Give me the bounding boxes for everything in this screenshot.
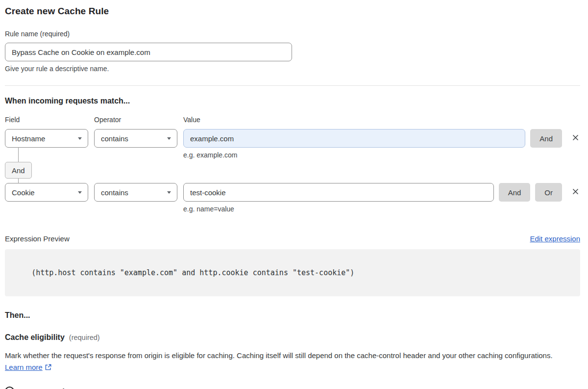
chevron-down-icon — [78, 191, 82, 194]
rule-name-input[interactable] — [5, 43, 292, 61]
value-hint-row-1: e.g. example.com — [183, 151, 580, 159]
remove-condition-button-row-2[interactable] — [571, 187, 580, 198]
rule-name-helper: Give your rule a descriptive name. — [5, 65, 580, 73]
and-connector-button[interactable]: And — [5, 162, 32, 179]
expression-code: (http.host contains "example.com" and ht… — [31, 268, 354, 277]
expression-preview-label: Expression Preview — [5, 234, 70, 243]
rule-name-group: Rule name (required) Give your rule a de… — [5, 30, 580, 73]
create-cache-rule-page: Create new Cache Rule Rule name (require… — [0, 0, 588, 389]
value-column-label: Value — [183, 116, 580, 124]
operator-select-row-1[interactable]: contains — [94, 129, 177, 148]
chevron-down-icon — [167, 191, 171, 194]
field-select-cookie[interactable]: Cookie — [5, 183, 88, 202]
operator-select-value: contains — [101, 134, 128, 143]
value-input-row-1[interactable] — [183, 129, 525, 148]
or-button-row-2[interactable]: Or — [535, 183, 562, 202]
rule-name-label: Rule name (required) — [5, 30, 580, 38]
section-divider — [5, 85, 580, 86]
learn-more-link[interactable]: Learn more — [5, 363, 43, 371]
value-cell-row-2: And Or e.g. name=value — [183, 183, 580, 213]
and-button-row-2[interactable]: And — [499, 183, 531, 202]
expression-preview-header: Expression Preview Edit expression — [5, 234, 580, 243]
cache-eligibility-title: Cache eligibility — [5, 333, 65, 342]
operator-select-value: contains — [101, 188, 128, 197]
radio-bypass-cache[interactable]: Bypass cache — [5, 387, 580, 389]
field-select-hostname[interactable]: Hostname — [5, 129, 88, 148]
condition-row-2: Cookie contains And Or e.g. name=value — [5, 183, 580, 213]
condition-connector: And — [5, 162, 580, 179]
radio-selected-icon — [5, 387, 14, 389]
close-icon — [571, 133, 580, 144]
match-section-heading: When incoming requests match... — [5, 97, 580, 105]
operator-column-label: Operator — [94, 116, 177, 124]
operator-select-row-2[interactable]: contains — [94, 183, 177, 202]
value-cell-row-1: And e.g. example.com — [183, 129, 580, 159]
then-heading: Then... — [5, 311, 580, 320]
value-input-row-2[interactable] — [183, 183, 494, 202]
field-select-value: Hostname — [12, 134, 45, 143]
condition-column-labels: Field Operator Value — [5, 116, 580, 124]
expression-code-block: (http.host contains "example.com" and ht… — [5, 249, 580, 296]
remove-condition-button-row-1[interactable] — [571, 133, 580, 144]
page-title: Create new Cache Rule — [5, 6, 580, 17]
external-link-icon — [45, 363, 52, 374]
and-button-row-1[interactable]: And — [530, 129, 562, 148]
condition-row-1: Hostname contains And e.g. example.com — [5, 129, 580, 159]
chevron-down-icon — [167, 137, 171, 140]
chevron-down-icon — [78, 137, 82, 140]
field-column-label: Field — [5, 116, 88, 124]
close-icon — [571, 187, 580, 198]
cache-eligibility-heading: Cache eligibility (required) — [5, 333, 580, 342]
required-note: (required) — [69, 334, 100, 341]
cache-eligibility-description: Mark whether the request's response from… — [5, 350, 573, 374]
value-hint-row-2: e.g. name=value — [183, 205, 580, 213]
edit-expression-link[interactable]: Edit expression — [530, 234, 580, 243]
radio-bypass-cache-label: Bypass cache — [22, 387, 71, 389]
field-select-value: Cookie — [12, 188, 35, 197]
